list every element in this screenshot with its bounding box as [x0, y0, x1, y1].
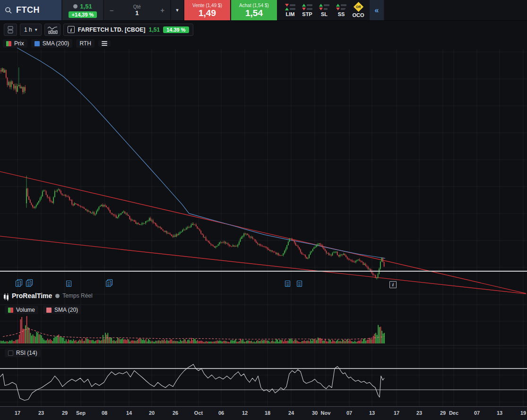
status-dot-icon	[55, 294, 60, 298]
instrument-name: FARFETCH LTD. [CBOE]	[78, 26, 146, 33]
stop-order-button[interactable]: STP	[300, 4, 315, 17]
x-axis-label: 17	[389, 410, 405, 416]
instrument-price: 1,51	[149, 26, 160, 33]
trading-app: FTCH 1,51 +14,39 % – Qté 1 + ▾ Vente (1,…	[0, 0, 527, 420]
info-icon: i	[68, 26, 75, 33]
qty-value[interactable]: 1	[135, 9, 138, 17]
limit-order-icon	[285, 4, 295, 10]
x-axis-label: 07	[469, 410, 485, 416]
legend-rth[interactable]: RTH	[76, 39, 94, 48]
x-axis-label: 06	[213, 410, 229, 416]
legend-rsi-item[interactable]: RSI (14)	[5, 349, 41, 357]
rsi-legend: RSI (14)	[5, 349, 41, 357]
x-axis-label: Nov	[318, 410, 334, 416]
volume-swatch-icon	[8, 308, 13, 313]
quantity-stepper: – Qté 1 +	[104, 0, 170, 20]
rsi-swatch-icon	[8, 351, 13, 356]
volume-legend: Volume SMA (20)	[5, 306, 81, 314]
chart-style-button[interactable]	[44, 24, 60, 36]
qty-increase-button[interactable]: +	[160, 6, 164, 14]
x-axis-label: 12	[237, 410, 253, 416]
stop-loss-button[interactable]: SL	[317, 4, 332, 17]
trailing-stop-button[interactable]: SS	[334, 4, 349, 17]
panels-icon	[7, 26, 14, 34]
x-axis-label: Dec	[446, 410, 462, 416]
news-document-icon[interactable]	[285, 281, 290, 287]
buy-button[interactable]: Achat (1,54 $) 1,54	[231, 0, 277, 20]
chevron-down-icon: ▾	[176, 7, 179, 13]
order-options-dropdown[interactable]: ▾	[171, 0, 183, 20]
price-legend: Prix SMA (200) RTH	[0, 38, 527, 49]
legend-prix[interactable]: Prix	[3, 39, 27, 48]
instrument-change-badge: 14.39 %	[163, 26, 189, 33]
prorealtime-logo-icon	[4, 292, 9, 300]
x-axis-label: 08	[96, 410, 112, 416]
platform-watermark: ProRealTime Temps Réel	[4, 292, 93, 300]
instrument-info-bar[interactable]: i FARFETCH LTD. [CBOE] 1,51 14.39 %	[63, 24, 193, 36]
sma200-swatch-icon	[35, 41, 40, 46]
sell-price: 1,49	[199, 9, 216, 18]
market-status-icon	[73, 4, 78, 9]
volume-sma-swatch-icon	[46, 308, 52, 313]
last-price: 1,51	[80, 3, 92, 10]
indicator-list-button[interactable]	[98, 40, 111, 47]
chevron-down-icon: ▾	[35, 27, 37, 32]
order-type-buttons: LIM STP SL SS	[278, 0, 370, 20]
chart-style-icon	[47, 26, 58, 34]
news-document-icon[interactable]	[106, 281, 111, 287]
x-axis-label: 20	[144, 410, 160, 416]
topbar-spacer	[385, 0, 527, 20]
symbol-ticker: FTCH	[16, 5, 40, 15]
sell-button[interactable]: Vente (1,49 $) 1,49	[184, 0, 230, 20]
price-chart-canvas[interactable]	[0, 0, 527, 420]
stop-order-icon	[302, 4, 312, 10]
x-axis-label: Sep	[73, 410, 89, 416]
qty-decrease-button[interactable]: –	[110, 6, 113, 14]
x-axis-label: 13	[364, 410, 380, 416]
list-menu-icon	[102, 41, 107, 46]
search-icon	[5, 7, 12, 14]
stop-loss-icon	[319, 4, 329, 10]
buy-price: 1,54	[245, 9, 263, 18]
x-axis-label: 23	[33, 410, 49, 416]
x-axis-label: 26	[167, 410, 183, 416]
news-document-icon[interactable]	[16, 281, 21, 287]
news-document-icon[interactable]	[66, 281, 71, 287]
symbol-search[interactable]: FTCH	[0, 0, 61, 20]
legend-volume-item[interactable]: Volume	[5, 306, 38, 314]
change-badge: +14,39 %	[69, 11, 97, 18]
layout-panels-button[interactable]	[4, 24, 17, 36]
oco-diamond-icon: OR	[353, 2, 363, 12]
time-axis: 172329Sep08142026Oct0612182430Nov0713172…	[0, 406, 527, 420]
x-axis-label: 13	[492, 410, 508, 416]
timeframe-selector[interactable]: 1 h ▾	[20, 24, 42, 36]
x-axis-label: 07	[341, 410, 357, 416]
x-axis-label: 24	[283, 410, 299, 416]
x-axis-label: 18	[259, 410, 276, 416]
oco-order-button[interactable]: OR OCO	[351, 2, 366, 18]
trailing-stop-icon	[336, 4, 346, 10]
limit-order-button[interactable]: LIM	[283, 4, 298, 17]
chart-toolbar: 1 h ▾ i FARFETCH LTD. [CBOE] 1,51 14.39 …	[0, 21, 527, 38]
buy-label: Achat (1,54 $)	[239, 3, 269, 8]
x-axis-label: 23	[411, 410, 427, 416]
qty-label: Qté	[133, 4, 141, 9]
chart-info-icon[interactable]: i	[389, 281, 397, 288]
collapse-panel-button[interactable]: «	[370, 0, 384, 20]
x-axis-label: 17	[9, 410, 26, 416]
legend-volume-sma[interactable]: SMA (20)	[43, 306, 81, 314]
timeframe-value: 1 h	[24, 26, 32, 33]
news-document-icon[interactable]	[26, 281, 31, 287]
news-document-icon[interactable]	[297, 281, 302, 287]
double-chevron-left-icon: «	[375, 6, 379, 15]
legend-sma200[interactable]: SMA (200)	[31, 39, 73, 48]
x-axis-label: 14	[121, 410, 137, 416]
order-bar: FTCH 1,51 +14,39 % – Qté 1 + ▾ Vente (1,…	[0, 0, 527, 21]
x-axis-label: 29	[57, 410, 73, 416]
sell-label: Vente (1,49 $)	[192, 3, 222, 8]
last-price-cell: 1,51 +14,39 %	[62, 0, 103, 20]
candle-swatch-icon	[6, 41, 11, 46]
x-axis-label: Oct	[190, 410, 207, 416]
realtime-status: Temps Réel	[55, 292, 92, 299]
brand-name: ProRealTime	[12, 292, 52, 300]
